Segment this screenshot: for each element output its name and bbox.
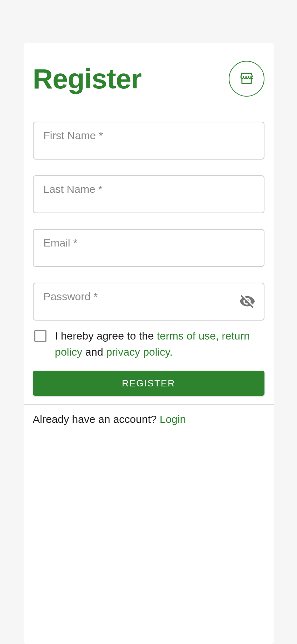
shop-button[interactable] <box>229 61 264 97</box>
agreement-row: I hereby agree to the terms of use, retu… <box>33 328 264 360</box>
first-name-field-wrapper: First Name * <box>33 122 264 160</box>
login-prompt-row: Already have an account? Login <box>33 413 264 425</box>
email-field-wrapper: Email * <box>33 229 264 267</box>
header-row: Register <box>33 61 264 97</box>
storefront-icon <box>239 71 254 87</box>
last-name-field-wrapper: Last Name * <box>33 175 264 213</box>
agreement-text: I hereby agree to the terms of use, retu… <box>55 328 263 360</box>
login-link[interactable]: Login <box>160 413 186 425</box>
terms-of-use-link[interactable]: terms of use, <box>157 330 219 342</box>
register-card: Register First Name * Last Name * Emai <box>24 43 274 644</box>
terms-checkbox[interactable] <box>34 330 46 342</box>
divider <box>24 404 274 405</box>
password-input[interactable] <box>43 283 254 320</box>
toggle-password-visibility-button[interactable] <box>237 292 257 312</box>
first-name-input[interactable] <box>43 122 254 159</box>
agreement-and: and <box>82 346 106 358</box>
password-field-wrapper: Password * <box>33 283 264 321</box>
page-title: Register <box>33 63 142 95</box>
agreement-prefix: I hereby agree to the <box>55 330 157 342</box>
email-input[interactable] <box>43 230 254 266</box>
register-button[interactable]: REGISTER <box>33 371 264 396</box>
eye-off-icon <box>239 293 256 311</box>
login-prompt-text: Already have an account? <box>33 413 160 425</box>
last-name-input[interactable] <box>43 176 254 213</box>
privacy-policy-link[interactable]: privacy policy. <box>106 346 173 358</box>
